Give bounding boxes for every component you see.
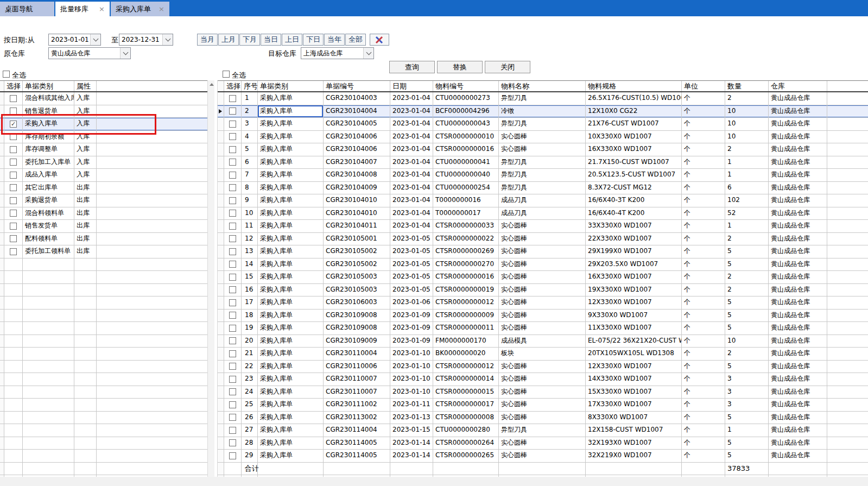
date-cell[interactable]: 2023-01-09: [390, 310, 433, 322]
doc-no-cell[interactable]: CGR230114005: [324, 437, 390, 450]
checkbox-cell[interactable]: [224, 450, 242, 462]
spec-cell[interactable]: 12X10X0 CG22: [586, 105, 682, 118]
doc-no-cell[interactable]: CGR230104009: [324, 182, 390, 194]
date-cell[interactable]: 2023-01-10: [390, 373, 433, 386]
material-no-cell[interactable]: CTSR0000000017: [433, 399, 499, 411]
quick-button-current-day[interactable]: 当日: [261, 34, 281, 46]
date-cell[interactable]: 2023-01-11: [390, 399, 433, 411]
unit-cell[interactable]: 个: [682, 258, 725, 271]
doc-type-cell[interactable]: 其它出库单: [23, 182, 74, 194]
checkbox-cell[interactable]: [4, 220, 23, 232]
quick-button-current-year[interactable]: 当年: [324, 34, 345, 46]
doc-type-cell[interactable]: 委托加工领料单: [23, 245, 74, 258]
spec-cell[interactable]: 16/6X40-3T K200: [586, 194, 682, 207]
doc-type-cell[interactable]: 成品入库单: [23, 169, 74, 181]
table-row[interactable]: 配料领料单出库: [0, 233, 207, 246]
spec-cell[interactable]: 10X330X0 WD1007: [586, 131, 682, 143]
chevron-down-icon[interactable]: [120, 48, 130, 59]
material-name-cell[interactable]: 成品刀具: [499, 207, 586, 220]
material-name-cell[interactable]: 异型刀具: [499, 118, 586, 130]
seq-cell[interactable]: 24: [242, 386, 258, 399]
table-row[interactable]: 21采购入库单CGR2301100042023-01-10BK000000002…: [218, 348, 868, 361]
material-name-cell[interactable]: 实心圆棒: [499, 233, 586, 245]
checkbox-cell[interactable]: [4, 194, 23, 207]
checkbox-cell[interactable]: [224, 424, 242, 437]
warehouse-cell[interactable]: 黄山成品仓库: [769, 131, 827, 143]
header-material-no[interactable]: 物料编号: [433, 81, 499, 91]
material-name-cell[interactable]: 异型刀具: [499, 92, 586, 105]
doc-type-cell[interactable]: 采购入库单: [258, 310, 324, 322]
doc-type-cell[interactable]: 采购入库单: [258, 92, 324, 105]
left-table-scrollbar[interactable]: [207, 80, 214, 477]
doc-type-cell[interactable]: 采购入库单: [258, 386, 324, 399]
unit-cell[interactable]: 个: [682, 296, 725, 309]
row-checkbox[interactable]: [229, 95, 236, 102]
seq-cell[interactable]: 16: [242, 284, 258, 296]
table-row[interactable]: 混合料或其他入库入库: [0, 92, 207, 105]
checkbox-cell[interactable]: [4, 169, 23, 181]
material-no-cell[interactable]: CTU0000000041: [433, 156, 499, 169]
row-checkbox[interactable]: [229, 121, 236, 128]
table-row[interactable]: 19采购入库单CGR2301090082023-01-09CTSR0000000…: [218, 322, 868, 335]
doc-no-cell[interactable]: CGR230110006: [324, 361, 390, 373]
seq-cell[interactable]: 5: [242, 143, 258, 156]
unit-cell[interactable]: 个: [682, 386, 725, 399]
doc-type-cell[interactable]: 采购入库单: [258, 194, 324, 207]
warehouse-cell[interactable]: 黄山成品仓库: [769, 156, 827, 169]
table-row[interactable]: 17采购入库单CGR2301060032023-01-06CTSR0000000…: [218, 296, 868, 310]
material-name-cell[interactable]: 实心圆棒: [499, 412, 586, 424]
seq-cell[interactable]: 8: [242, 182, 258, 194]
header-date[interactable]: 日期: [390, 81, 433, 91]
qty-cell[interactable]: 10: [725, 335, 769, 348]
warehouse-cell[interactable]: 黄山成品仓库: [769, 284, 827, 296]
table-row[interactable]: 7采购入库单CGR2301040082023-01-04CTU000000004…: [218, 169, 868, 182]
material-name-cell[interactable]: 实心圆棒: [499, 131, 586, 143]
row-checkbox[interactable]: [10, 172, 17, 179]
checkbox-cell[interactable]: [4, 131, 23, 143]
doc-no-cell[interactable]: CGR230109009: [324, 335, 390, 348]
doc-type-cell[interactable]: 采购入库单: [258, 437, 324, 450]
checkbox-cell[interactable]: [224, 437, 242, 450]
warehouse-cell[interactable]: 黄山成品仓库: [769, 118, 827, 130]
checkbox-cell[interactable]: [224, 373, 242, 386]
date-cell[interactable]: 2023-01-04: [390, 156, 433, 169]
chevron-down-icon[interactable]: [363, 48, 373, 59]
checkbox-cell[interactable]: [224, 182, 242, 194]
attr-cell[interactable]: 出库: [74, 194, 97, 207]
row-checkbox[interactable]: [229, 197, 236, 204]
doc-type-cell[interactable]: 采购入库单: [258, 207, 324, 220]
attr-cell[interactable]: 出库: [74, 245, 97, 258]
unit-cell[interactable]: 个: [682, 450, 725, 462]
material-name-cell[interactable]: 冷镦: [499, 105, 586, 118]
doc-no-cell[interactable]: CGR230105002: [324, 258, 390, 271]
doc-type-cell[interactable]: 采购入库单: [258, 361, 324, 373]
table-row[interactable]: 26采购入库单CGR2301130022023-01-13CTSR0000000…: [218, 412, 868, 425]
attr-cell[interactable]: 出库: [74, 182, 97, 194]
doc-type-cell[interactable]: 采购入库单: [258, 258, 324, 271]
doc-no-cell[interactable]: CGR230104010: [324, 194, 390, 207]
query-button[interactable]: 查询: [389, 61, 435, 73]
tab-batch-transfer[interactable]: 批量移库 ×: [55, 2, 110, 16]
material-no-cell[interactable]: CTU0000000254: [433, 182, 499, 194]
qty-cell[interactable]: 5: [725, 310, 769, 322]
doc-type-cell[interactable]: 采购入库单: [258, 373, 324, 386]
material-no-cell[interactable]: CTSR0000000010: [433, 131, 499, 143]
material-no-cell[interactable]: CTSR0000000019: [433, 284, 499, 296]
checkbox-cell[interactable]: [224, 118, 242, 130]
doc-type-cell[interactable]: 采购入库单: [258, 399, 324, 411]
attr-cell[interactable]: 入库: [74, 92, 97, 105]
table-row[interactable]: 委托加工领料单出库: [0, 245, 207, 258]
tab-desktop-nav[interactable]: 桌面导航: [0, 2, 54, 16]
header-seq[interactable]: 序号: [242, 81, 258, 91]
table-row[interactable]: 5采购入库单CGR2301040062023-01-04CTSR00000000…: [218, 143, 868, 156]
quick-button-next-month[interactable]: 下月: [239, 34, 260, 46]
doc-type-cell[interactable]: 采购入库单: [258, 131, 324, 143]
qty-cell[interactable]: 1: [725, 169, 769, 181]
left-select-all-checkbox[interactable]: [3, 71, 10, 78]
table-row[interactable]: 23采购入库单CGR2301100072023-01-10CTSR0000000…: [218, 373, 868, 386]
unit-cell[interactable]: 个: [682, 424, 725, 437]
table-row[interactable]: 25采购入库单CGR2301110022023-01-11CTSR0000000…: [218, 399, 868, 412]
row-checkbox[interactable]: [229, 452, 236, 459]
material-name-cell[interactable]: 实心圆棒: [499, 450, 586, 462]
seq-cell[interactable]: 13: [242, 245, 258, 258]
